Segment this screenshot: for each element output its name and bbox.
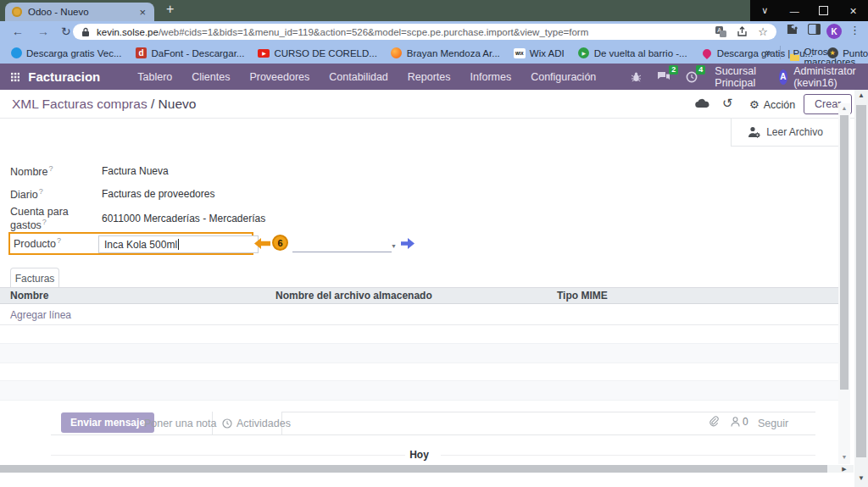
menu-proveedores[interactable]: Proveedores [249, 71, 309, 83]
breadcrumb-parent[interactable]: XML Facturas compras [12, 97, 147, 111]
user-cog-icon [748, 126, 760, 138]
url-domain: kevin.solse.pe [97, 27, 159, 37]
field-label-producto: Producto? [14, 236, 105, 250]
browser-profile-avatar[interactable]: K [826, 24, 842, 39]
url-path: /web#cids=1&bids=1&menu_id=119&action=52… [159, 27, 588, 37]
odoo-main-menu: Tablero Clientes Proveedores Contabilida… [137, 71, 615, 83]
field-row-diario: Diario? Facturas de proveedores [10, 186, 214, 202]
horizontal-scrollbar-thumb[interactable] [0, 465, 827, 473]
column-mime[interactable]: Tipo MIME [557, 290, 838, 302]
add-line-link[interactable]: Agregar línea [10, 309, 71, 321]
app-name[interactable]: Facturacion [28, 69, 100, 84]
producto-input[interactable]: Inca Kola 500ml [98, 235, 259, 253]
scroll-up-icon[interactable]: ▲ [854, 91, 868, 99]
help-icon[interactable]: ? [39, 187, 43, 196]
dafont-icon: d [136, 47, 147, 59]
bookmark-star-icon[interactable]: ☆ [758, 25, 768, 38]
field-value-diario[interactable]: Facturas de proveedores [102, 188, 214, 200]
reload-icon[interactable]: ↻ [61, 25, 71, 38]
activities-badge: 4 [696, 65, 705, 75]
menu-clientes[interactable]: Clientes [192, 71, 230, 83]
close-button[interactable]: × [838, 0, 868, 21]
lock-icon [81, 27, 90, 37]
clock-icon [222, 418, 232, 429]
extensions-icon[interactable] [787, 24, 798, 36]
scroll-up-icon[interactable]: ▲ [838, 105, 850, 111]
back-icon[interactable]: ← [12, 25, 24, 38]
column-archivo[interactable]: Nombre del archivo almacenado [275, 290, 557, 302]
tab-search-icon[interactable]: ∨ [750, 0, 780, 21]
help-icon[interactable]: ? [42, 218, 47, 226]
bookmarks-divider [780, 46, 781, 59]
company-switcher[interactable]: Sucursal Principal [715, 65, 763, 89]
forward-icon[interactable]: → [37, 25, 49, 38]
menu-tablero[interactable]: Tablero [137, 71, 172, 83]
tab-close-icon[interactable]: × [137, 7, 147, 18]
attachment-paperclip-icon[interactable] [709, 416, 720, 430]
url-text: kevin.solse.pe/web#cids=1&bids=1&menu_id… [97, 27, 705, 37]
browser-vertical-scrollbar-thumb[interactable] [856, 105, 866, 457]
follow-button[interactable]: Seguir [758, 418, 788, 429]
followers-counter[interactable]: 0 [731, 416, 748, 428]
cloud-save-icon[interactable] [695, 98, 709, 111]
scroll-down-icon[interactable]: ▼ [838, 454, 850, 460]
table-row [0, 305, 838, 325]
new-tab-button[interactable]: + [166, 2, 174, 17]
bookmarks-overflow-icon[interactable]: » [765, 47, 771, 58]
scroll-down-icon[interactable]: ▼ [854, 474, 868, 482]
help-icon[interactable]: ? [48, 164, 53, 173]
follower-person-icon [731, 417, 740, 427]
menu-reportes[interactable]: Reportes [408, 71, 451, 83]
share-icon[interactable] [737, 26, 748, 37]
activities-button[interactable]: Actividades [222, 418, 291, 429]
odoo-header-right: 2 4 Sucursal Principal A Administrator (… [615, 65, 856, 89]
help-icon[interactable]: ? [57, 236, 61, 245]
bookmark-item[interactable]: ▶De vuelta al barrio -... [578, 47, 687, 59]
apps-grid-icon[interactable] [11, 71, 19, 83]
action-menu-button[interactable]: ⚙ Acción [749, 98, 795, 111]
discard-undo-icon[interactable]: ↺ [722, 96, 733, 111]
breadcrumb-current: Nuevo [159, 97, 197, 111]
bookmark-item[interactable]: ▶CURSO DE CORELD... [258, 47, 376, 59]
tab-facturas[interactable]: Facturas [10, 268, 59, 288]
browser-menu-icon[interactable]: ⋮ [849, 24, 860, 36]
bookmark-item[interactable]: Brayan Mendoza Ar... [391, 47, 500, 59]
column-nombre[interactable]: Nombre [0, 290, 275, 302]
bookmark-item[interactable]: Descarga gratis Vec... [10, 47, 122, 59]
translate-icon[interactable]: A [715, 26, 726, 37]
activities-clock-icon[interactable]: 4 [686, 71, 698, 83]
tutorial-step-badge: 6 [272, 235, 288, 251]
user-menu[interactable]: Administrator (kevin16) [793, 65, 856, 89]
field-value-nombre[interactable]: Factura Nueva [102, 165, 169, 177]
field-value-cuenta[interactable]: 6011000 Mercaderías - Mercaderías [102, 213, 265, 224]
field-row-nombre: Nombre? Factura Nueva [10, 163, 169, 179]
bookmark-item[interactable]: dDaFont - Descargar... [136, 47, 245, 59]
log-note-button[interactable]: Poner una nota [144, 418, 217, 429]
dropdown-caret-icon[interactable]: ▼ [391, 243, 397, 249]
address-bar[interactable]: kevin.solse.pe/web#cids=1&bids=1&menu_id… [73, 24, 776, 40]
read-file-button[interactable]: Leer Archivo [731, 119, 839, 147]
menu-informes[interactable]: Informes [470, 71, 512, 83]
menu-configuracion[interactable]: Configuración [531, 71, 596, 83]
menu-contabilidad[interactable]: Contabilidad [329, 71, 388, 83]
minimize-button[interactable]: — [780, 0, 810, 21]
user-avatar[interactable]: A [779, 69, 787, 85]
chatter-divider [281, 412, 815, 412]
date-divider-line [51, 455, 405, 456]
table-header: Nombre Nombre del archivo almacenado Tip… [0, 288, 838, 304]
internal-link-arrow-icon[interactable] [401, 238, 415, 249]
browser-tab-odoo[interactable]: Odoo - Nuevo × [5, 3, 154, 21]
breadcrumb-separator: / [151, 97, 154, 111]
field-row-cuenta: Cuenta para gastos? 6011000 Mercaderías … [10, 211, 265, 226]
inner-vertical-scrollbar-thumb[interactable] [840, 115, 849, 390]
scroll-right-icon[interactable]: ▶ [836, 465, 853, 473]
bookmark-item[interactable]: WIXWix ADI [514, 47, 565, 59]
field-label-diario: Diario? [10, 187, 102, 201]
side-panel-icon[interactable] [808, 24, 821, 35]
debug-bug-icon[interactable] [631, 72, 642, 82]
send-message-button[interactable]: Enviar mensaje [61, 412, 154, 433]
tab-title: Odoo - Nuevo [28, 7, 137, 17]
messages-icon[interactable]: 2 [657, 71, 670, 82]
restore-button[interactable] [810, 0, 839, 21]
control-panel: XML Facturas compras / Nuevo ↺ ⚙ Acción … [0, 90, 854, 119]
